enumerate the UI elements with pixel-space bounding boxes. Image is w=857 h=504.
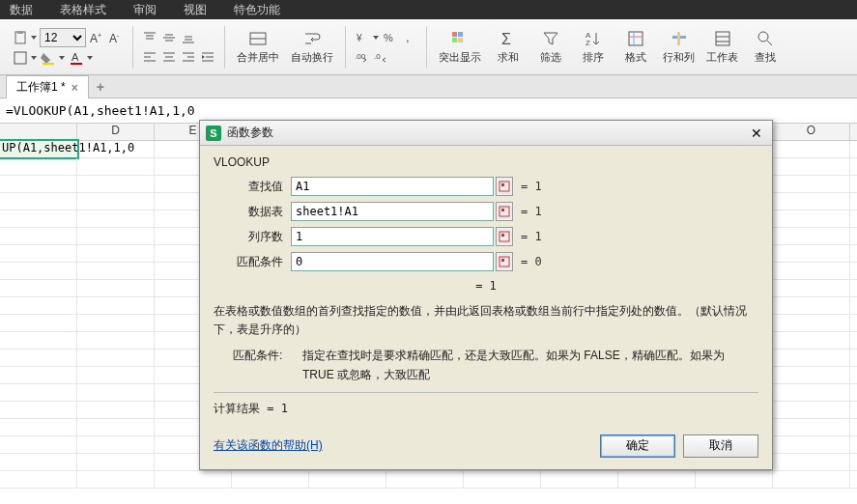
- svg-rect-60: [501, 234, 504, 237]
- param-input-col-index[interactable]: [291, 227, 494, 246]
- param-label: 数据表: [214, 204, 291, 220]
- svg-rect-56: [501, 183, 504, 186]
- function-help-link[interactable]: 有关该函数的帮助(H): [214, 437, 323, 454]
- svg-rect-58: [501, 209, 504, 211]
- cancel-button[interactable]: 取消: [683, 434, 758, 458]
- dialog-title: 函数参数: [227, 125, 747, 141]
- param-result: = 1: [521, 205, 542, 218]
- ok-button[interactable]: 确定: [600, 434, 675, 458]
- function-arguments-dialog: S 函数参数 ✕ VLOOKUP 查找值 = 1 数据表 = 1 列序数 = 1…: [199, 120, 773, 470]
- range-picker-icon[interactable]: [496, 202, 513, 221]
- param-result: = 0: [521, 255, 542, 268]
- svg-rect-62: [501, 259, 504, 262]
- param-label: 查找值: [214, 179, 291, 195]
- app-icon: S: [206, 126, 221, 141]
- parameter-description: 匹配条件: 指定在查找时是要求精确匹配，还是大致匹配。如果为 FALSE，精确匹…: [214, 347, 758, 383]
- overall-result: = 1: [214, 279, 758, 293]
- calc-result: 计算结果 = 1: [214, 392, 758, 417]
- param-input-table-array[interactable]: [291, 202, 494, 221]
- range-picker-icon[interactable]: [496, 177, 513, 196]
- param-row-lookup-value: 查找值 = 1: [214, 177, 758, 196]
- param-label: 列序数: [214, 229, 291, 245]
- param-row-table-array: 数据表 = 1: [214, 202, 758, 221]
- function-name: VLOOKUP: [214, 155, 758, 169]
- dialog-titlebar[interactable]: S 函数参数 ✕: [200, 121, 772, 146]
- param-input-range-lookup[interactable]: [291, 252, 494, 271]
- param-result: = 1: [521, 180, 542, 193]
- function-description: 在表格或数值数组的首列查找指定的数值，并由此返回表格或数组当前行中指定列处的数值…: [214, 302, 758, 339]
- param-input-lookup-value[interactable]: [291, 177, 494, 196]
- dialog-close-button[interactable]: ✕: [747, 125, 766, 142]
- param-row-range-lookup: 匹配条件 = 0: [214, 252, 758, 271]
- param-label: 匹配条件: [214, 254, 291, 270]
- param-row-col-index: 列序数 = 1: [214, 227, 758, 246]
- range-picker-icon[interactable]: [496, 227, 513, 246]
- param-result: = 1: [521, 230, 542, 243]
- range-picker-icon[interactable]: [496, 252, 513, 271]
